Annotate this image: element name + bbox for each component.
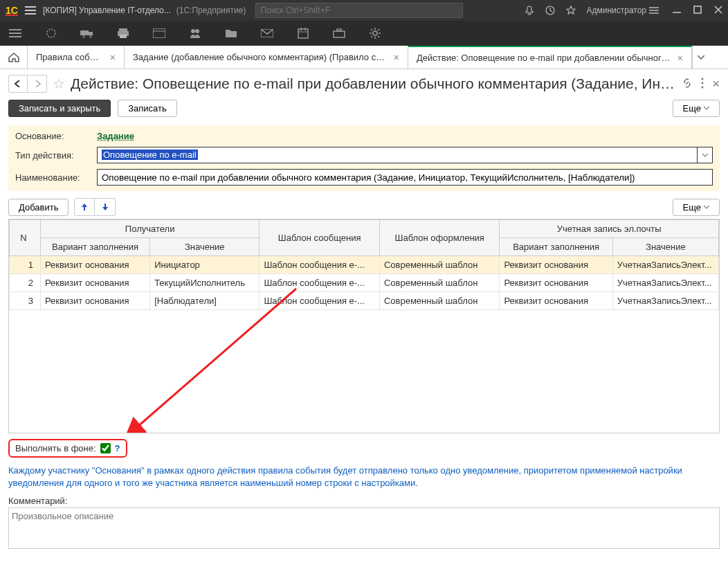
- svg-point-38: [702, 86, 704, 88]
- form-block: Основание: Задание Тип действия: Оповеще…: [8, 125, 720, 191]
- briefcase-icon[interactable]: [331, 25, 347, 42]
- table-row[interactable]: 2Реквизит основанияТекущийИсполнительШаб…: [10, 274, 719, 292]
- run-in-background-block: Выполнять в фоне: ?: [8, 439, 127, 458]
- tab-action[interactable]: Действие: Оповещение по e-mail при добав…: [408, 46, 692, 69]
- col-acc-value: Значение: [612, 238, 718, 256]
- titlebar: 1С [КОПИЯ] Управление IT-отдело... (1С:П…: [0, 0, 728, 21]
- close-icon[interactable]: ×: [394, 52, 399, 63]
- col-acc-variant: Вариант заполнения: [500, 238, 612, 256]
- users-icon[interactable]: [187, 25, 203, 42]
- logo-1c: 1С: [6, 4, 21, 17]
- svg-point-35: [373, 31, 377, 35]
- osnovanie-label: Основание:: [15, 131, 97, 141]
- bg-label: Выполнять в фоне:: [15, 443, 96, 453]
- svg-rect-10: [694, 6, 701, 13]
- app-subtitle: (1С:Предприятие): [176, 6, 246, 15]
- table-more-button[interactable]: Еще: [673, 199, 720, 216]
- gear-icon[interactable]: [367, 25, 383, 42]
- svg-rect-21: [119, 28, 127, 31]
- printer-icon[interactable]: [115, 25, 131, 42]
- close-window-icon[interactable]: [714, 6, 722, 16]
- svg-rect-33: [334, 31, 345, 37]
- mail-icon[interactable]: [259, 25, 275, 42]
- col-n: N: [10, 220, 41, 256]
- naim-label: Наименование:: [15, 172, 97, 183]
- info-text: Каждому участнику "Основания" в рамках о…: [8, 465, 720, 489]
- comment-textarea[interactable]: [8, 507, 720, 549]
- tabbar: Правила событий × Задание (добавление об…: [0, 46, 728, 69]
- close-page-icon[interactable]: ×: [712, 77, 720, 91]
- action-type-dropdown[interactable]: [698, 147, 713, 163]
- main-toolbar: [0, 21, 728, 46]
- col-value: Значение: [150, 238, 260, 256]
- link-icon[interactable]: [682, 78, 693, 91]
- col-msg-tpl: Шаблон сообщения: [260, 220, 380, 256]
- minimize-icon[interactable]: [673, 6, 681, 16]
- global-search[interactable]: [255, 3, 463, 18]
- col-account: Учетная запись эл.почты: [500, 220, 719, 238]
- svg-point-20: [89, 35, 92, 38]
- history-icon[interactable]: [545, 5, 556, 16]
- col-style-tpl: Шаблон оформления: [379, 220, 500, 256]
- folder-icon[interactable]: [223, 25, 239, 42]
- app-title: [КОПИЯ] Управление IT-отдело...: [43, 6, 171, 15]
- svg-point-26: [191, 29, 195, 33]
- save-button[interactable]: Записать: [118, 100, 177, 117]
- svg-rect-24: [153, 28, 165, 38]
- svg-rect-18: [89, 32, 93, 35]
- close-icon[interactable]: ×: [677, 53, 683, 64]
- truck-icon[interactable]: [79, 25, 95, 42]
- table-row[interactable]: 3Реквизит основания[Наблюдатели]Шаблон с…: [10, 292, 719, 310]
- move-up-button[interactable]: [74, 198, 95, 216]
- tab-rules[interactable]: Правила событий ×: [28, 46, 125, 69]
- home-tab[interactable]: [0, 46, 28, 69]
- svg-point-37: [702, 82, 704, 84]
- save-close-button[interactable]: Записать и закрыть: [8, 100, 111, 117]
- svg-rect-29: [298, 29, 308, 38]
- action-type-input[interactable]: Оповещение по e-mail: [97, 147, 698, 163]
- col-recipients: Получатели: [40, 220, 259, 238]
- favorite-star-icon[interactable]: ☆: [53, 75, 65, 92]
- bell-icon[interactable]: [524, 5, 535, 16]
- comment-label: Комментарий:: [8, 496, 720, 506]
- tab-task[interactable]: Задание (добавление обычного комментария…: [125, 46, 408, 69]
- target-icon[interactable]: [43, 25, 60, 42]
- star-icon[interactable]: [565, 5, 576, 16]
- name-input[interactable]: [97, 169, 713, 186]
- more-menu-icon[interactable]: [701, 78, 704, 91]
- move-down-button[interactable]: [95, 198, 116, 216]
- svg-point-19: [82, 35, 85, 38]
- search-input[interactable]: [255, 3, 463, 18]
- panel-icon[interactable]: [151, 25, 167, 42]
- help-icon[interactable]: ?: [115, 443, 120, 453]
- add-button[interactable]: Добавить: [8, 199, 69, 216]
- svg-rect-1: [6, 15, 18, 16]
- main-menu-icon[interactable]: [25, 6, 36, 15]
- close-icon[interactable]: ×: [110, 52, 116, 63]
- run-in-background-checkbox[interactable]: [100, 443, 111, 453]
- svg-point-27: [195, 29, 199, 33]
- burger-icon[interactable]: [7, 25, 24, 42]
- maximize-icon[interactable]: [693, 6, 702, 16]
- tip-label: Тип действия:: [15, 150, 97, 161]
- svg-rect-17: [80, 30, 89, 35]
- tabs-dropdown[interactable]: [692, 46, 709, 69]
- back-button[interactable]: [8, 75, 28, 93]
- osnovanie-link[interactable]: Задание: [97, 131, 134, 141]
- recipients-table[interactable]: N Получатели Шаблон сообщения Шаблон офо…: [8, 219, 720, 433]
- svg-text:1С: 1С: [6, 5, 18, 16]
- col-variant: Вариант заполнения: [40, 238, 149, 256]
- svg-rect-34: [337, 29, 341, 31]
- more-button[interactable]: Еще: [673, 100, 720, 117]
- table-row[interactable]: 1Реквизит основанияИнициаторШаблон сообщ…: [10, 256, 719, 274]
- page-title: Действие: Оповещение по e-mail при добав…: [71, 75, 676, 92]
- svg-rect-23: [120, 35, 127, 38]
- calendar-icon[interactable]: [295, 25, 311, 42]
- svg-point-16: [47, 29, 55, 37]
- user-menu[interactable]: Администратор: [586, 6, 659, 15]
- forward-button[interactable]: [28, 75, 47, 93]
- svg-point-36: [702, 78, 704, 80]
